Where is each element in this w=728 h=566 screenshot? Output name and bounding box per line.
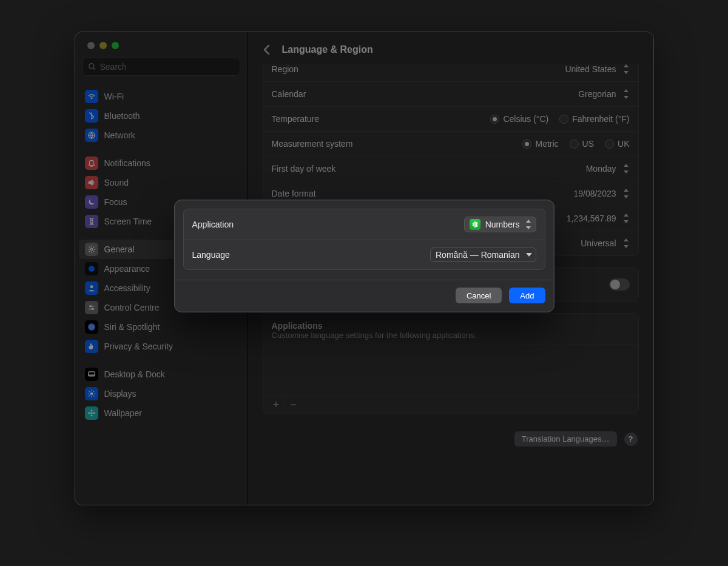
temperature-row: Temperature Celsius (°C)Fahrenheit (°F) bbox=[263, 107, 638, 132]
sidebar-item-label: Appearance bbox=[104, 264, 150, 274]
temperature-radio-1[interactable]: Fahrenheit (°F) bbox=[559, 114, 629, 124]
help-button[interactable]: ? bbox=[624, 433, 638, 446]
flower-icon bbox=[85, 406, 98, 420]
sidebar-item-privacy-security[interactable]: Privacy & Security bbox=[79, 337, 244, 356]
svg-point-5 bbox=[89, 266, 95, 272]
gear-icon bbox=[85, 243, 98, 256]
sidebar-item-label: Bluetooth bbox=[104, 111, 140, 121]
applications-panel: Applications Customise language settings… bbox=[263, 313, 639, 414]
hand-icon bbox=[85, 340, 98, 353]
language-value: Română — Romanian bbox=[436, 250, 520, 260]
livetext-toggle[interactable] bbox=[609, 278, 630, 291]
updown-icon bbox=[622, 189, 630, 198]
sidebar-item-desktop-dock[interactable]: Desktop & Dock bbox=[79, 365, 244, 384]
svg-point-2 bbox=[91, 98, 92, 99]
application-select[interactable]: Numbers bbox=[464, 217, 536, 232]
updown-icon bbox=[622, 238, 630, 248]
add-application-button[interactable]: + bbox=[268, 397, 285, 412]
fullscreen-window-button[interactable] bbox=[112, 42, 119, 49]
add-button[interactable]: Add bbox=[509, 288, 545, 303]
search-icon bbox=[88, 62, 96, 71]
wifi-icon bbox=[85, 90, 98, 103]
page-title: Language & Region bbox=[282, 44, 373, 55]
sidebar-item-displays[interactable]: Displays bbox=[79, 384, 244, 403]
cancel-button[interactable]: Cancel bbox=[456, 288, 502, 303]
add-application-language-dialog: Application Numbers Language Română — Ro… bbox=[174, 200, 554, 312]
chevron-down-icon bbox=[526, 252, 532, 258]
radio-icon bbox=[605, 140, 614, 149]
globe-icon bbox=[85, 129, 98, 142]
sidebar-item-label: Focus bbox=[104, 197, 127, 207]
dateformat-label: Date format bbox=[272, 189, 316, 198]
sidebar-item-label: General bbox=[104, 244, 135, 254]
sidebar-item-label: Displays bbox=[104, 389, 136, 399]
sun-icon bbox=[85, 387, 98, 400]
radio-icon bbox=[570, 140, 579, 149]
divider bbox=[175, 280, 554, 280]
hourglass-icon bbox=[85, 215, 98, 228]
sidebar-item-label: Desktop & Dock bbox=[104, 369, 165, 379]
remove-application-button[interactable]: − bbox=[285, 397, 302, 412]
system-settings-window: Wi-FiBluetoothNetworkNotificationsSoundF… bbox=[75, 32, 654, 505]
sidebar-item-wi-fi[interactable]: Wi-Fi bbox=[79, 87, 244, 106]
sidebar-item-network[interactable]: Network bbox=[79, 126, 244, 145]
measurement-radio-1[interactable]: US bbox=[570, 139, 594, 149]
applications-list bbox=[263, 345, 638, 396]
sidebar-item-label: Network bbox=[104, 130, 135, 140]
sidebar-item-label: Wi-Fi bbox=[104, 92, 124, 101]
sidebar-item-sound[interactable]: Sound bbox=[79, 173, 244, 192]
measurement-radio-label: US bbox=[582, 139, 594, 149]
region-label: Region bbox=[272, 64, 298, 74]
temperature-label: Temperature bbox=[272, 114, 320, 124]
sound-icon bbox=[85, 176, 98, 189]
person-icon bbox=[85, 281, 98, 295]
listsort-value: Universal bbox=[581, 238, 616, 248]
svg-point-11 bbox=[88, 323, 95, 331]
calendar-value: Gregorian bbox=[578, 89, 616, 99]
applications-subtitle: Customise language settings for the foll… bbox=[272, 331, 630, 340]
bt-icon bbox=[85, 109, 98, 123]
sidebar-item-wallpaper[interactable]: Wallpaper bbox=[79, 403, 244, 423]
firstday-label: First day of week bbox=[272, 164, 336, 174]
language-select[interactable]: Română — Romanian bbox=[430, 248, 536, 262]
sidebar-item-notifications[interactable]: Notifications bbox=[79, 153, 244, 173]
calendar-row[interactable]: Calendar Gregorian bbox=[263, 82, 638, 107]
moon-icon bbox=[85, 195, 98, 209]
sidebar-item-label: Accessibility bbox=[104, 283, 150, 293]
measurement-radio-0[interactable]: Metric bbox=[522, 139, 558, 149]
traffic-lights bbox=[75, 32, 248, 55]
calendar-label: Calendar bbox=[272, 89, 306, 99]
sidebar-search[interactable] bbox=[83, 58, 240, 76]
svg-point-17 bbox=[90, 415, 92, 417]
svg-point-0 bbox=[89, 64, 93, 69]
sidebar-item-siri-spotlight[interactable]: Siri & Spotlight bbox=[79, 317, 244, 337]
dock-icon bbox=[85, 368, 98, 381]
svg-point-8 bbox=[90, 306, 91, 307]
updown-icon bbox=[622, 89, 630, 99]
measurement-row: Measurement system MetricUSUK bbox=[263, 132, 638, 157]
minimize-window-button[interactable] bbox=[99, 42, 107, 49]
radio-icon bbox=[490, 115, 499, 124]
sidebar-item-bluetooth[interactable]: Bluetooth bbox=[79, 106, 244, 126]
measurement-radio-label: UK bbox=[618, 139, 629, 149]
sidebar-item-label: Privacy & Security bbox=[104, 342, 174, 351]
measurement-label: Measurement system bbox=[272, 139, 353, 149]
dot-icon bbox=[85, 262, 98, 275]
bell-icon bbox=[85, 157, 98, 170]
close-window-button[interactable] bbox=[87, 42, 95, 49]
back-button[interactable] bbox=[259, 42, 275, 58]
translation-languages-button[interactable]: Translation Languages… bbox=[514, 431, 617, 446]
region-row[interactable]: Region United States bbox=[263, 64, 638, 82]
search-input[interactable] bbox=[100, 62, 235, 72]
sidebar-item-label: Notifications bbox=[104, 158, 150, 168]
temperature-radio-label: Fahrenheit (°F) bbox=[572, 114, 629, 124]
measurement-radio-2[interactable]: UK bbox=[605, 139, 629, 149]
svg-point-18 bbox=[88, 413, 90, 414]
firstday-row[interactable]: First day of week Monday bbox=[263, 157, 638, 181]
temperature-radio-0[interactable]: Celsius (°C) bbox=[490, 114, 548, 124]
dialog-panel: Application Numbers Language Română — Ro… bbox=[183, 209, 545, 270]
svg-rect-12 bbox=[88, 372, 95, 376]
switches-icon bbox=[85, 301, 98, 314]
svg-point-10 bbox=[92, 308, 93, 309]
updown-icon bbox=[525, 220, 532, 229]
